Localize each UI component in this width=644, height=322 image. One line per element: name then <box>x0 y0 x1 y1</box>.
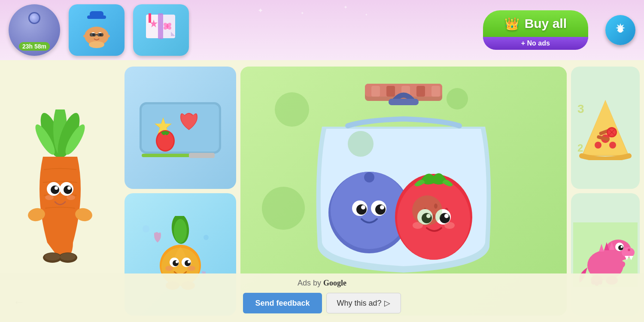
svg-rect-51 <box>142 154 193 157</box>
svg-rect-7 <box>90 33 96 36</box>
book-icon[interactable] <box>133 4 189 56</box>
sparkle-decoration: ✦ <box>258 6 263 15</box>
sparkle-decoration: ✦ <box>365 13 368 17</box>
svg-rect-2 <box>90 11 103 19</box>
google-text: Google <box>323 279 346 287</box>
svg-point-105 <box>595 142 601 149</box>
ads-by-google-label: Ads by Google <box>298 279 346 288</box>
svg-point-97 <box>188 261 190 263</box>
main-content: ← <box>0 60 644 322</box>
why-this-ad-button[interactable]: Why this ad? ▷ <box>326 293 401 313</box>
svg-point-86 <box>143 225 149 232</box>
svg-line-10 <box>85 36 90 38</box>
svg-point-21 <box>168 26 171 30</box>
svg-line-11 <box>103 36 109 38</box>
svg-point-87 <box>204 235 209 240</box>
svg-point-121 <box>621 246 623 248</box>
why-ad-icon: ▷ <box>384 298 390 308</box>
svg-point-44 <box>60 253 76 261</box>
svg-rect-8 <box>97 33 103 36</box>
svg-point-106 <box>609 142 616 149</box>
book-emoji <box>142 8 180 52</box>
svg-point-19 <box>168 23 171 26</box>
svg-point-35 <box>55 186 58 190</box>
book-svg <box>142 8 180 47</box>
ad-overlay: Ads by Google Send feedback Why this ad?… <box>0 273 644 322</box>
food-tray-svg <box>133 89 228 167</box>
svg-point-18 <box>164 23 167 26</box>
buy-all-button[interactable]: 👑 Buy all + No ads <box>483 10 588 50</box>
character-emoji <box>75 7 118 54</box>
svg-rect-46 <box>142 104 219 152</box>
buy-all-sublabel: + No ads <box>521 39 550 47</box>
svg-rect-52 <box>189 153 215 158</box>
svg-point-120 <box>618 245 623 250</box>
svg-point-96 <box>176 261 178 263</box>
svg-point-36 <box>67 186 71 190</box>
svg-rect-15 <box>158 13 163 39</box>
timer-label: 23h 58m <box>19 42 50 51</box>
svg-point-33 <box>51 185 59 194</box>
pizza-card[interactable]: 3 2 <box>571 67 640 189</box>
food-tray-card[interactable] <box>125 67 236 189</box>
ads-by-text: Ads by <box>298 279 321 287</box>
sparkle-decoration: ✦ <box>301 11 304 15</box>
crown-icon: 👑 <box>504 17 519 31</box>
buy-all-label: Buy all <box>525 16 567 31</box>
svg-point-122 <box>628 249 630 251</box>
svg-point-34 <box>64 185 72 194</box>
pizza-svg: 3 2 <box>573 96 638 160</box>
carrot-character <box>17 109 103 273</box>
timer-orb: 23h 58m <box>9 4 60 56</box>
svg-rect-23 <box>149 13 151 23</box>
svg-point-38 <box>67 195 75 200</box>
svg-point-98 <box>165 266 173 271</box>
send-feedback-button[interactable]: Send feedback <box>243 293 322 313</box>
svg-point-20 <box>164 26 167 30</box>
svg-point-99 <box>188 266 195 271</box>
svg-text:3: 3 <box>577 102 584 115</box>
ad-buttons-container: Send feedback Why this ad? ▷ <box>243 293 401 313</box>
svg-text:2: 2 <box>577 142 583 154</box>
svg-point-12 <box>89 41 104 48</box>
character-svg <box>75 7 118 50</box>
settings-button[interactable] <box>605 15 635 45</box>
top-bar: ✦ ✦ ✦ ✦ 23h 58m <box>0 0 644 60</box>
settings-icon <box>613 22 628 38</box>
svg-point-37 <box>45 195 54 200</box>
why-ad-text: Why this ad? <box>337 299 382 308</box>
svg-point-43 <box>45 253 60 261</box>
svg-point-89 <box>174 219 187 243</box>
sparkle-decoration: ✦ <box>343 4 348 10</box>
character-icon[interactable] <box>69 4 125 56</box>
